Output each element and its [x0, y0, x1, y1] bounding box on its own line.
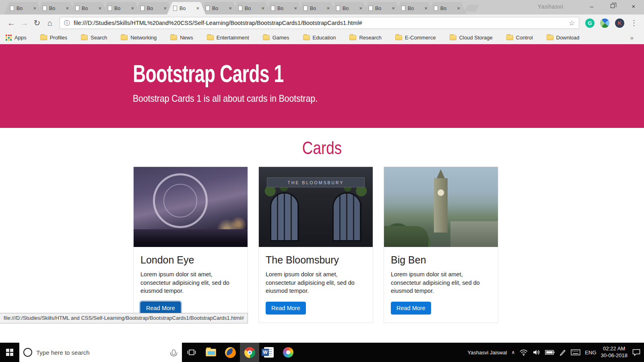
new-tab-button[interactable]	[464, 5, 479, 12]
browser-tab[interactable]: Bo ×	[37, 2, 75, 14]
browser-tab[interactable]: Bo ×	[200, 2, 238, 14]
tab-title: Bo	[17, 6, 31, 11]
page-favicon-icon	[303, 6, 308, 11]
back-button[interactable]: ←	[5, 16, 18, 29]
signed-in-user[interactable]: Yashasvi Jaiswal	[468, 350, 507, 356]
idm-extension-icon[interactable]	[600, 19, 609, 28]
tab-close-icon[interactable]: ×	[98, 6, 101, 11]
microphone-icon[interactable]	[172, 350, 175, 355]
page-favicon-icon	[108, 6, 112, 11]
page-favicon-icon	[43, 6, 47, 11]
bookmark-folder[interactable]: Profiles	[40, 35, 67, 41]
chrome-button[interactable]	[240, 343, 259, 362]
tab-close-icon[interactable]: ×	[326, 6, 330, 11]
minimize-button[interactable]: –	[581, 0, 602, 12]
browser-tab[interactable]: Bo ×	[428, 2, 466, 14]
action-center-icon[interactable]	[632, 348, 641, 356]
tab-close-icon[interactable]: ×	[294, 6, 297, 11]
tab-close-icon[interactable]: ×	[196, 6, 199, 11]
tab-close-icon[interactable]: ×	[131, 6, 134, 11]
forward-button: →	[18, 16, 31, 29]
paint-button[interactable]	[279, 343, 298, 362]
start-button[interactable]	[0, 343, 19, 362]
browser-tab[interactable]: Bo ×	[4, 2, 43, 14]
page-favicon-icon	[369, 6, 373, 11]
bookmark-folder[interactable]: Research	[349, 35, 382, 41]
tab-close-icon[interactable]: ×	[392, 6, 395, 11]
bookmark-folder[interactable]: Games	[263, 35, 289, 41]
browser-tab[interactable]: Bo ×	[363, 2, 401, 14]
language-indicator[interactable]: ENG	[585, 350, 596, 356]
file-explorer-button[interactable]	[201, 343, 221, 362]
read-more-button[interactable]: Read More	[140, 302, 181, 315]
clock-time: 02:22 AM	[601, 346, 628, 352]
browser-tab[interactable]: Bo ×	[167, 2, 206, 14]
tab-close-icon[interactable]: ×	[261, 6, 264, 11]
bookmark-folder[interactable]: Cloud Storage	[450, 35, 493, 41]
bookmark-folder[interactable]: Control	[506, 35, 533, 41]
taskbar-search-box[interactable]: Type here to search	[19, 343, 182, 362]
apps-shortcut[interactable]: Apps	[6, 35, 27, 41]
page-favicon-icon	[238, 6, 242, 11]
folder-icon	[81, 35, 88, 40]
taskbar-clock[interactable]: 02:22 AM 30-06-2018	[601, 346, 628, 359]
browser-tab[interactable]: Bo ×	[69, 2, 108, 14]
tab-close-icon[interactable]: ×	[66, 6, 69, 11]
bookmark-folder[interactable]: News	[170, 35, 193, 41]
bookmark-folder[interactable]: Download	[547, 35, 580, 41]
tab-close-icon[interactable]: ×	[163, 6, 167, 11]
browser-tab[interactable]: Bo ×	[134, 2, 173, 14]
card-title: London Eye	[140, 254, 241, 266]
speaker-icon[interactable]	[533, 349, 541, 356]
browser-tab[interactable]: Bo ×	[395, 2, 434, 14]
read-more-button[interactable]: Read More	[266, 302, 306, 315]
tab-close-icon[interactable]: ×	[229, 6, 232, 11]
tray-overflow-chevron[interactable]: ∧	[512, 350, 515, 355]
card-title: Big Ben	[391, 254, 491, 266]
bookmarks-overflow-chevron[interactable]: »	[630, 34, 638, 41]
touch-keyboard-icon[interactable]	[571, 349, 580, 356]
wifi-icon[interactable]	[519, 349, 528, 356]
restore-button[interactable]	[602, 0, 623, 12]
bookmark-folder[interactable]: Networking	[121, 35, 157, 41]
k-extension-icon[interactable]: K	[615, 19, 624, 28]
read-more-button[interactable]: Read More	[391, 302, 431, 315]
browser-tab[interactable]: Bo ×	[232, 2, 271, 14]
browser-tab[interactable]: Bo ×	[102, 2, 140, 14]
card-image-shape	[332, 192, 361, 241]
browser-tab[interactable]: Bo ×	[330, 2, 369, 14]
grammarly-extension-icon[interactable]: G	[585, 19, 594, 28]
card-image-shape	[270, 192, 299, 241]
url-text[interactable]: file:///D:/Studies/Skills/HTML%20and%20C…	[74, 20, 566, 26]
address-bar[interactable]: ⓘ file:///D:/Studies/Skills/HTML%20and%2…	[60, 17, 579, 29]
browser-tab[interactable]: Bo ×	[297, 2, 336, 14]
card-image-shape	[434, 178, 448, 232]
browser-profile-name[interactable]: Yashasvi	[538, 4, 564, 10]
reload-button[interactable]: ↻	[31, 16, 43, 29]
bookmark-folder[interactable]: Education	[303, 35, 336, 41]
folder-icon	[547, 35, 553, 40]
tab-close-icon[interactable]: ×	[359, 6, 362, 11]
battery-icon[interactable]	[545, 350, 555, 355]
tab-close-icon[interactable]: ×	[33, 6, 36, 11]
bookmark-folder[interactable]: E-Commerce	[395, 35, 436, 41]
page-favicon-icon	[10, 6, 14, 11]
bookmark-folder[interactable]: Entertainment	[207, 35, 249, 41]
bookmark-star-icon[interactable]: ☆	[569, 19, 575, 27]
cortana-icon[interactable]	[23, 348, 32, 357]
pen-icon[interactable]	[559, 349, 566, 356]
firefox-button[interactable]	[221, 343, 240, 362]
bookmark-folder[interactable]: Search	[81, 35, 107, 41]
page-title: Bootstrap Cards 1	[133, 60, 284, 86]
word-button[interactable]: W	[259, 343, 279, 362]
browser-menu-icon[interactable]: ⋮	[630, 19, 638, 27]
folder-icon	[40, 35, 47, 40]
tab-close-icon[interactable]: ×	[457, 6, 460, 11]
tab-title: Bo	[440, 6, 455, 11]
home-button[interactable]: ⌂	[43, 16, 56, 29]
tab-close-icon[interactable]: ×	[424, 6, 427, 11]
page-info-icon[interactable]: ⓘ	[64, 19, 70, 27]
close-button[interactable]: ×	[623, 0, 644, 12]
browser-tab[interactable]: Bo ×	[265, 2, 303, 14]
task-view-button[interactable]	[182, 343, 201, 362]
